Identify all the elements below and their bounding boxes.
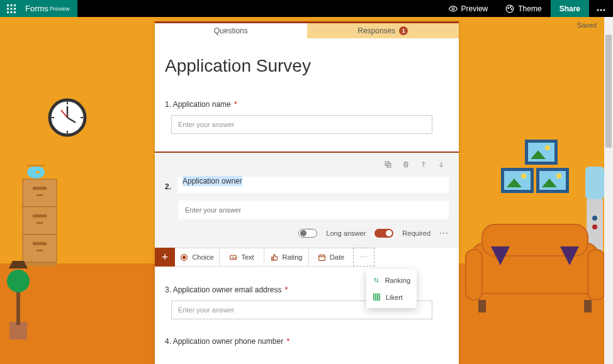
svg-rect-60 xyxy=(588,250,604,300)
svg-rect-26 xyxy=(27,165,45,167)
question-2-footer: Long answer Required ⋯ xyxy=(165,228,449,238)
svg-point-13 xyxy=(511,8,512,9)
svg-rect-1 xyxy=(11,4,13,6)
tab-responses[interactable]: Responses 1 xyxy=(307,23,459,38)
top-bar: FormsPreview Preview Theme Share xyxy=(0,0,613,17)
brand-sup: Preview xyxy=(50,6,70,12)
required-asterisk: * xyxy=(285,285,288,294)
share-button[interactable]: Share xyxy=(551,0,589,17)
svg-rect-59 xyxy=(466,250,482,300)
svg-point-11 xyxy=(508,7,509,8)
theme-button[interactable]: Theme xyxy=(497,0,550,17)
svg-text:Abc: Abc xyxy=(232,256,237,259)
svg-rect-36 xyxy=(33,242,47,245)
q4-text: Application owner phone number xyxy=(173,337,283,346)
tab-questions-label: Questions xyxy=(214,26,248,35)
question-1-label: 1. Application name * xyxy=(165,100,449,109)
share-label: Share xyxy=(560,4,580,13)
form-title[interactable]: Application Survey xyxy=(165,56,449,76)
question-2-title-input[interactable]: Application owner xyxy=(177,177,449,193)
svg-rect-2 xyxy=(14,4,16,6)
required-toggle[interactable] xyxy=(374,229,393,238)
form-tabs: Questions Responses 1 xyxy=(155,23,459,38)
svg-point-52 xyxy=(556,174,561,179)
add-date-label: Date xyxy=(330,253,344,261)
tab-questions[interactable]: Questions xyxy=(155,23,307,38)
add-choice-label: Choice xyxy=(192,253,213,261)
question-4-label: 4. Application owner phone number * xyxy=(165,337,449,346)
required-asterisk: * xyxy=(234,100,237,109)
add-ranking-option[interactable]: Ranking xyxy=(366,272,417,289)
form-card: Questions Responses 1 Application Survey… xyxy=(155,21,459,364)
long-answer-label: Long answer xyxy=(326,229,366,237)
add-likert-option[interactable]: Likert xyxy=(366,289,417,306)
svg-rect-64 xyxy=(584,300,592,312)
svg-rect-3 xyxy=(7,8,9,9)
svg-rect-8 xyxy=(14,11,16,13)
svg-point-9 xyxy=(452,8,454,10)
svg-point-48 xyxy=(521,174,526,179)
required-asterisk: * xyxy=(286,337,290,346)
add-rating-button[interactable]: Rating xyxy=(264,248,309,267)
q4-num: 4. xyxy=(165,337,171,346)
q2-num: 2. xyxy=(165,179,171,191)
svg-point-12 xyxy=(510,6,512,8)
svg-rect-33 xyxy=(37,194,43,196)
app-launcher-button[interactable] xyxy=(0,0,23,17)
trash-icon xyxy=(402,160,410,168)
thumbs-up-icon xyxy=(271,253,279,262)
question-4: 4. Application owner phone number * xyxy=(165,337,449,346)
add-text-button[interactable]: Abc Text xyxy=(220,248,264,267)
brand-label: FormsPreview xyxy=(23,0,77,17)
add-question-plus-button[interactable]: + xyxy=(155,248,175,267)
svg-rect-63 xyxy=(478,300,486,312)
form-body: Application Survey 1. Application name *… xyxy=(155,38,459,364)
text-icon: Abc xyxy=(229,253,237,262)
delete-button[interactable] xyxy=(402,160,410,170)
question-toolbar xyxy=(165,159,449,177)
question-1: 1. Application name * xyxy=(165,100,449,134)
question-more-button[interactable]: ⋯ xyxy=(439,228,449,238)
likert-label: Likert xyxy=(386,294,403,301)
add-question-bar: + Choice Abc Text Rating Date ⋯ xyxy=(155,247,459,267)
question-2-input[interactable] xyxy=(179,201,449,219)
q3-num: 3. xyxy=(165,285,171,294)
add-rating-label: Rating xyxy=(283,253,303,261)
add-date-button[interactable]: Date xyxy=(309,248,354,267)
palette-icon xyxy=(505,4,514,13)
theme-label: Theme xyxy=(518,4,541,13)
svg-rect-34 xyxy=(33,214,47,218)
svg-rect-35 xyxy=(37,222,43,224)
fishbowl-graphic xyxy=(27,165,45,179)
svg-point-70 xyxy=(183,256,186,258)
svg-rect-30 xyxy=(23,207,57,234)
svg-point-14 xyxy=(597,9,599,11)
calendar-icon xyxy=(318,253,326,262)
svg-point-15 xyxy=(600,9,602,11)
preview-label: Preview xyxy=(461,4,488,13)
preview-button[interactable]: Preview xyxy=(440,0,497,17)
ranking-label: Ranking xyxy=(385,277,410,284)
cabinet-graphic xyxy=(23,179,57,266)
move-down-button[interactable] xyxy=(437,160,445,170)
svg-rect-6 xyxy=(7,11,9,13)
move-up-button[interactable] xyxy=(420,160,427,170)
question-2-editor: 2. Application owner Long answer Require… xyxy=(155,152,459,247)
save-status: Saved xyxy=(577,21,597,29)
q1-num: 1. xyxy=(165,100,171,109)
svg-rect-7 xyxy=(11,11,13,13)
add-text-label: Text xyxy=(241,253,254,261)
question-1-input[interactable] xyxy=(171,115,432,134)
more-horizontal-icon xyxy=(597,9,605,11)
scrollbar-thumb[interactable] xyxy=(605,35,612,148)
q1-text: Application name xyxy=(173,100,231,109)
svg-point-16 xyxy=(604,9,605,11)
picture-frames-graphic xyxy=(501,140,569,193)
add-more-types-button[interactable]: ⋯ xyxy=(353,248,374,267)
long-answer-toggle[interactable] xyxy=(298,229,317,238)
copy-button[interactable] xyxy=(384,160,392,170)
svg-point-55 xyxy=(592,216,597,221)
top-more-button[interactable] xyxy=(589,4,613,13)
add-choice-button[interactable]: Choice xyxy=(175,248,220,267)
scrollbar-track[interactable] xyxy=(604,17,613,364)
